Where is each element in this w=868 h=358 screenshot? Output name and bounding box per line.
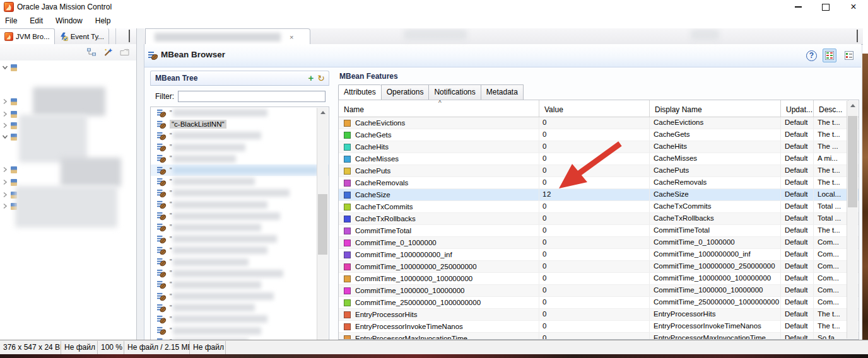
layout-toggle-list-icon[interactable]	[842, 49, 856, 62]
tree-item[interactable]: "	[151, 187, 329, 199]
attribute-row-CacheHits[interactable]: CacheHits0CacheHitsDefaultThe ...	[339, 141, 859, 153]
left-tree-node[interactable]	[2, 96, 17, 107]
attribute-row-CacheGets[interactable]: CacheGets0CacheGetsDefaultThe t...	[339, 129, 859, 141]
maximize-icon[interactable]	[820, 2, 831, 12]
chevron-down-icon[interactable]	[2, 62, 8, 73]
attribute-row-CommitTime_1000000_10000000[interactable]: CommitTime_1000000_100000000CommitTime_1…	[339, 285, 859, 297]
tree-item[interactable]: "	[151, 153, 329, 165]
attribute-row-CommitTime_10000000_100000000[interactable]: CommitTime_10000000_1000000000CommitTime…	[339, 273, 859, 285]
wand-icon[interactable]	[103, 47, 114, 57]
tree-item[interactable]: "	[151, 199, 329, 211]
menu-edit[interactable]: Edit	[23, 14, 49, 28]
new-folder-icon[interactable]	[119, 47, 130, 57]
attribute-row-CacheSize[interactable]: CacheSize12CacheSizeDefaultLocal...	[339, 189, 859, 201]
filter-input[interactable]	[178, 91, 326, 102]
chevron-right-icon[interactable]	[2, 108, 8, 120]
tree-item[interactable]: "	[151, 142, 329, 153]
attributes-table: Name^ValueDisplay NameUpdat...Desc... Ca…	[338, 100, 859, 340]
left-tree-node[interactable]	[2, 62, 17, 73]
layout-toggle-vertical-icon[interactable]	[823, 49, 836, 62]
attribute-row-CacheRemovals[interactable]: CacheRemovals0CacheRemovalsDefaultThe t.…	[339, 177, 859, 189]
menu-window[interactable]: Window	[49, 14, 89, 28]
redacted-region	[404, 30, 467, 40]
tree-item[interactable]: "	[151, 130, 329, 141]
attribute-description: The t...	[814, 129, 848, 141]
attribute-name: CacheTxRollbacks	[355, 214, 416, 224]
attribute-display-name: CommitTime_100000000_250000000	[650, 261, 781, 272]
add-mbean-icon[interactable]: +	[308, 74, 314, 83]
tree-layout-icon[interactable]	[86, 47, 97, 57]
tree-item[interactable]: "	[151, 313, 329, 325]
tree-item[interactable]: "	[151, 291, 329, 302]
view-maximize-icon[interactable]	[129, 31, 130, 42]
tree-item[interactable]: "	[151, 107, 329, 118]
attribute-value: 0	[539, 321, 650, 332]
attribute-type-icon	[344, 192, 351, 199]
attribute-row-CommitTime_0_1000000[interactable]: CommitTime_0_10000000CommitTime_0_100000…	[339, 237, 859, 249]
tab-operations[interactable]: Operations	[381, 84, 429, 100]
tree-item[interactable]: "	[151, 165, 329, 176]
column-header-displayname[interactable]: Display Name	[650, 100, 781, 117]
tab-metadata[interactable]: Metadata	[481, 84, 524, 100]
editor-tab[interactable]: ×	[145, 28, 310, 45]
tab-notifications[interactable]: Notifications	[428, 84, 480, 100]
close-icon[interactable]: ×	[848, 2, 859, 12]
chevron-down-icon[interactable]	[2, 131, 8, 142]
tab-jvm-browser[interactable]: JVM Bro...	[0, 28, 55, 44]
attribute-row-CacheEvictions[interactable]: CacheEvictions0CacheEvictionsDefaultThe …	[339, 117, 859, 129]
tree-item[interactable]: "	[151, 325, 329, 337]
tab-attributes[interactable]: Attributes	[338, 84, 381, 100]
editor-tab-close-icon[interactable]: ×	[290, 33, 293, 41]
column-header-name[interactable]: Name^	[339, 100, 539, 117]
attribute-row-CachePuts[interactable]: CachePuts0CachePutsDefaultThe t...	[339, 165, 859, 177]
left-tree-node[interactable]	[2, 108, 17, 120]
column-header-desc[interactable]: Desc...	[814, 100, 848, 117]
chevron-right-icon[interactable]	[2, 200, 8, 212]
editor-maximize-icon[interactable]	[857, 31, 858, 42]
tree-item[interactable]: "	[151, 222, 329, 233]
attribute-row-CacheTxRollbacks[interactable]: CacheTxRollbacks0CacheTxRollbacksDefault…	[339, 213, 859, 225]
scrollbar-thumb[interactable]	[318, 194, 327, 255]
attribute-row-CacheMisses[interactable]: CacheMisses0CacheMissesDefaultA mi...	[339, 153, 859, 165]
scroll-up-icon[interactable]	[847, 101, 858, 110]
tree-item[interactable]: "	[151, 256, 329, 267]
tree-item[interactable]: "	[151, 279, 329, 291]
column-header-updat[interactable]: Updat...	[781, 100, 814, 117]
menu-help[interactable]: Help	[89, 14, 117, 28]
attribute-row-EntryProcessorMaxInvocationTime[interactable]: EntryProcessorMaxInvocationTime0EntryPro…	[339, 333, 859, 340]
attribute-row-EntryProcessorInvokeTimeNanos[interactable]: EntryProcessorInvokeTimeNanos0EntryProce…	[339, 321, 859, 333]
mbean-tree-scrollbar[interactable]	[317, 108, 328, 340]
chevron-right-icon[interactable]	[2, 176, 8, 188]
left-tree-node[interactable]	[2, 120, 17, 131]
tree-item-selected[interactable]: "c-BlackListINN"	[151, 118, 329, 130]
tree-item[interactable]: "	[151, 245, 329, 256]
tree-item[interactable]: "	[151, 233, 329, 245]
mbean-tree-header: MBean Tree + ↻	[150, 71, 329, 86]
scrollbar-thumb[interactable]	[848, 116, 857, 207]
chevron-right-icon[interactable]	[2, 189, 8, 200]
tree-item[interactable]: "	[151, 176, 329, 187]
tree-item[interactable]: "	[151, 302, 329, 313]
attribute-row-CommitTime_1000000000_inf[interactable]: CommitTime_1000000000_inf0CommitTime_100…	[339, 249, 859, 261]
attribute-name: CommitTime_250000000_1000000000	[355, 297, 481, 308]
column-header-value[interactable]: Value	[539, 100, 650, 117]
attributes-table-scrollbar[interactable]	[847, 101, 858, 338]
chevron-right-icon[interactable]	[2, 96, 8, 107]
attribute-row-CommitTime_250000000_1000000000[interactable]: CommitTime_250000000_10000000000CommitTi…	[339, 297, 859, 309]
attribute-row-CommitTime_100000000_250000000[interactable]: CommitTime_100000000_2500000000CommitTim…	[339, 261, 859, 273]
chevron-right-icon[interactable]	[2, 164, 8, 175]
chevron-right-icon[interactable]	[2, 120, 8, 131]
tab-event-types[interactable]: Event Ty...	[55, 28, 109, 44]
tree-item[interactable]: "	[151, 211, 329, 222]
minimize-icon[interactable]	[792, 2, 804, 12]
refresh-icon[interactable]: ↻	[317, 74, 325, 83]
attribute-row-EntryProcessorHits[interactable]: EntryProcessorHits0EntryProcessorHitsDef…	[339, 309, 859, 321]
left-tree-node[interactable]	[2, 164, 17, 175]
left-tree-node[interactable]	[2, 131, 17, 142]
menu-file[interactable]: File	[0, 14, 23, 28]
tree-item[interactable]: "	[151, 268, 329, 279]
help-icon[interactable]: ?	[806, 50, 817, 61]
scroll-up-icon[interactable]	[317, 108, 328, 117]
attribute-row-CacheTxCommits[interactable]: CacheTxCommits0CacheTxCommitsDefaultTota…	[339, 201, 859, 213]
attribute-row-CommitTimeTotal[interactable]: CommitTimeTotal0CommitTimeTotalDefaultTh…	[339, 225, 859, 237]
